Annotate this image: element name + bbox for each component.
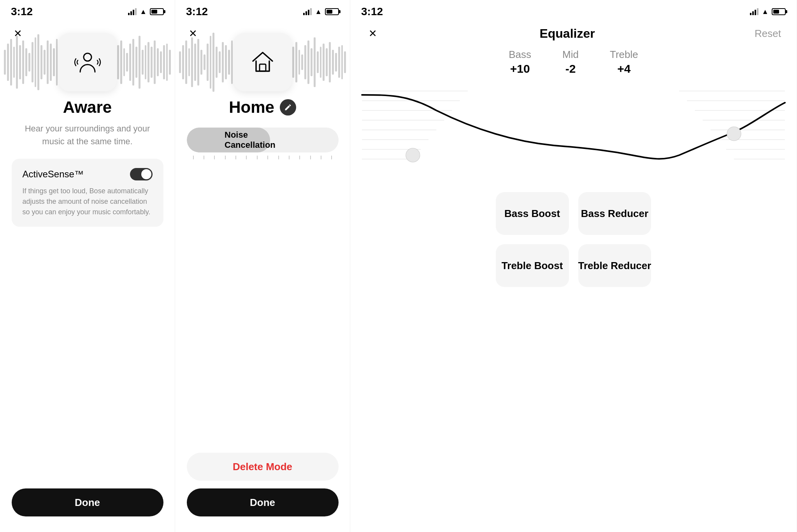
status-bar-3: 3:12 ▲ <box>350 0 797 23</box>
battery-icon-2 <box>325 8 339 15</box>
done-button-label-2: Done <box>250 497 275 509</box>
panel-title-aware: Aware <box>63 98 112 117</box>
treble-boost-label: Treble Boost <box>502 260 563 272</box>
panel-title-home: Home <box>229 98 296 117</box>
done-button-label-1: Done <box>75 497 100 509</box>
status-bar-2: 3:12 ▲ <box>175 0 350 23</box>
wifi-icon-3: ▲ <box>762 8 769 15</box>
delete-mode-label: Delete Mode <box>233 461 292 473</box>
status-bar-1: 3:12 ▲ <box>0 0 175 23</box>
status-icons-1: ▲ <box>128 8 164 15</box>
bass-reducer-label: Bass Reducer <box>581 208 648 220</box>
signal-icon-1 <box>128 8 137 15</box>
eq-band-treble-value: +4 <box>617 62 630 75</box>
eq-curve[interactable] <box>350 79 797 173</box>
activesense-card: ActiveSense™ If things get too loud, Bos… <box>12 159 163 227</box>
eq-curve-svg <box>358 79 789 173</box>
panel-title-text-home: Home <box>229 98 274 117</box>
house-icon <box>249 49 276 76</box>
pencil-icon <box>284 103 292 111</box>
status-icons-2: ▲ <box>303 8 339 15</box>
wifi-icon-1: ▲ <box>140 8 147 15</box>
status-icons-3: ▲ <box>750 8 786 15</box>
svg-point-18 <box>406 148 420 162</box>
noise-cancellation-container: Noise Cancellation <box>187 128 339 159</box>
waveform-2 <box>175 31 350 93</box>
close-button-3[interactable]: ✕ <box>366 27 380 41</box>
activesense-row: ActiveSense™ <box>23 168 153 180</box>
mode-icon-card-aware <box>58 33 117 91</box>
delete-mode-button[interactable]: Delete Mode <box>187 453 339 481</box>
status-time-3: 3:12 <box>361 5 383 18</box>
done-button-1[interactable]: Done <box>12 488 163 516</box>
activesense-label: ActiveSense™ <box>23 169 84 180</box>
svg-point-19 <box>727 127 741 141</box>
activesense-toggle[interactable] <box>130 168 153 180</box>
bass-reducer-button[interactable]: Bass Reducer <box>578 192 651 235</box>
treble-reducer-button[interactable]: Treble Reducer <box>578 244 651 287</box>
activesense-description: If things get too loud, Bose automatical… <box>23 186 153 217</box>
eq-band-bass-name: Bass <box>509 49 531 61</box>
svg-point-0 <box>84 53 91 61</box>
treble-reducer-label: Treble Reducer <box>578 260 651 272</box>
bass-boost-button[interactable]: Bass Boost <box>496 192 569 235</box>
wifi-icon-2: ▲ <box>315 8 322 15</box>
bass-boost-label: Bass Boost <box>504 208 560 220</box>
waveform-1 <box>0 31 175 93</box>
panel-title-text-aware: Aware <box>63 98 112 117</box>
nc-ticks <box>187 152 339 159</box>
signal-icon-3 <box>750 8 758 15</box>
status-time-1: 3:12 <box>11 5 33 18</box>
toggle-knob <box>141 169 151 179</box>
panel-equalizer: 3:12 ▲ ✕ Equalizer Reset Bass +10 Mid -2… <box>350 0 797 532</box>
done-button-2[interactable]: Done <box>187 488 339 516</box>
person-icon <box>74 49 101 76</box>
equalizer-title: Equalizer <box>380 26 755 41</box>
eq-band-bass: Bass +10 <box>509 49 531 75</box>
svg-rect-1 <box>260 64 266 71</box>
eq-band-mid: Mid -2 <box>562 49 579 75</box>
noise-cancellation-slider[interactable]: Noise Cancellation <box>187 128 339 152</box>
noise-cancellation-label: Noise Cancellation <box>225 130 300 150</box>
eq-bands: Bass +10 Mid -2 Treble +4 <box>493 49 653 75</box>
eq-band-mid-name: Mid <box>562 49 579 61</box>
edit-mode-button[interactable] <box>280 99 296 116</box>
eq-band-mid-value: -2 <box>565 62 576 75</box>
treble-boost-button[interactable]: Treble Boost <box>496 244 569 287</box>
panel-subtitle-aware: Hear your surroundings and your music at… <box>0 122 175 148</box>
mode-icon-card-home <box>233 33 292 91</box>
eq-presets-grid: Bass Boost Bass Reducer Treble Boost Tre… <box>480 180 667 299</box>
panel-aware: 3:12 ▲ ✕ <box>0 0 175 532</box>
signal-icon-2 <box>303 8 312 15</box>
panel-home: 3:12 ▲ ✕ <box>175 0 350 532</box>
eq-band-bass-value: +10 <box>510 62 530 75</box>
eq-band-treble-name: Treble <box>610 49 638 61</box>
status-time-2: 3:12 <box>186 5 208 18</box>
reset-button[interactable]: Reset <box>755 28 781 40</box>
eq-band-treble: Treble +4 <box>610 49 638 75</box>
battery-icon-3 <box>772 8 786 15</box>
battery-icon-1 <box>150 8 164 15</box>
